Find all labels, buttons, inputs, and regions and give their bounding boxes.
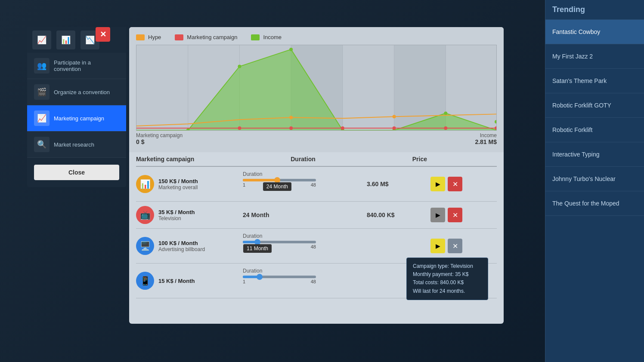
chart-area: Hype Marketing campaign Income (129, 27, 504, 152)
legend-row: Hype Marketing campaign Income (136, 34, 497, 40)
sidebar-item-participate[interactable]: 👥 Participate in a convention (27, 53, 126, 79)
close-x-button[interactable]: ✕ (96, 27, 110, 42)
slider-max-0: 48 (311, 182, 316, 187)
tooltip-box: Campaign type: Television Monthly paymen… (406, 258, 488, 300)
campaign-icon-2: 🖥️ (136, 237, 154, 255)
trending-item-4[interactable]: Robotic Forklift (545, 118, 644, 142)
trending-item-1[interactable]: My First Jazz 2 (545, 44, 644, 69)
slider-min-3: 1 (243, 279, 245, 284)
cancel-btn-0[interactable]: ✕ (448, 177, 462, 191)
action-btns-1: ▶ ✕ (430, 208, 474, 222)
campaign-row-1: 📺 35 K$ / Month Television 24 Month 840.… (136, 202, 497, 229)
table-area[interactable]: Marketing campaign Duration Price 📊 150 … (129, 152, 504, 324)
chart-right-label: Income (475, 132, 497, 138)
trending-item-5[interactable]: Interactive Typing (545, 142, 644, 167)
close-sidebar-button[interactable]: Close (34, 165, 119, 180)
sidebar-icon-btn-2[interactable]: 📊 (56, 31, 75, 49)
trending-title: Trending (545, 0, 644, 20)
action-btns-2: ▶ ✕ (430, 239, 474, 253)
campaign-row-0: 📊 150 K$ / Month Marketing overall Durat… (136, 167, 497, 202)
play-btn-0[interactable]: ▶ (430, 177, 445, 191)
slider-thumb-3[interactable] (257, 274, 263, 280)
fixed-duration-1: 24 Month (243, 212, 363, 218)
svg-point-21 (393, 126, 396, 130)
tooltip-monthly: Monthly payment: 35 K$ (413, 270, 482, 279)
play-btn-2[interactable]: ▶ (430, 239, 445, 253)
campaign-name-1: 35 K$ / Month (158, 209, 195, 215)
duration-cell-1: 24 Month (243, 212, 363, 218)
slider-track-2: 11 Month (243, 241, 316, 243)
price-cell-1: 840.00 K$ (367, 212, 427, 218)
col-header-duration: Duration (243, 156, 363, 163)
svg-point-10 (238, 65, 241, 68)
col-header-campaign: Marketing campaign (136, 156, 239, 163)
table-header: Marketing campaign Duration Price (136, 152, 497, 167)
chart-right-value: 2.81 M$ (475, 138, 497, 145)
slider-3[interactable]: 1 48 (243, 276, 316, 284)
svg-point-18 (238, 126, 241, 130)
sidebar-item-research[interactable]: 🔍 Market research (27, 132, 126, 158)
play-btn-1[interactable]: ▶ (430, 208, 445, 222)
chart-labels: Marketing campaign 0 $ Income 2.81 M$ (136, 132, 497, 145)
trending-item-3[interactable]: Robotic Forklift GOTY (545, 93, 644, 118)
duration-label-2: Duration (243, 233, 363, 239)
tooltip-total-value: 840.00 K$ (440, 279, 464, 285)
campaign-text-1: 35 K$ / Month Television (158, 209, 195, 221)
tooltip-total: Total costs: 840.00 K$ (413, 279, 482, 287)
marketing-campaign-label: Marketing campaign (187, 34, 237, 40)
campaign-info-3: 📱 15 K$ / Month (136, 272, 239, 290)
slider-max-2: 48 (311, 244, 316, 249)
slider-0[interactable]: 24 Month 1 48 (243, 179, 316, 187)
campaign-text-3: 15 K$ / Month (158, 278, 195, 284)
cancel-btn-1[interactable]: ✕ (448, 208, 462, 222)
trending-panel: Trending Fantastic Cowboy My First Jazz … (545, 0, 644, 362)
price-cell-0: 3.60 M$ (367, 181, 427, 187)
sidebar-item-marketing[interactable]: 📈 Marketing campaign (27, 105, 126, 132)
research-label: Market research (54, 141, 94, 148)
legend-income: Income (251, 34, 282, 40)
duration-cell-3: Duration 1 48 (243, 268, 363, 294)
trending-item-7[interactable]: The Quest for the Moped (545, 191, 644, 216)
slider-max-3: 48 (311, 279, 316, 284)
slider-fill-0 (243, 179, 277, 181)
campaign-text-2: 100 K$ / Month Advertising billboard (158, 240, 205, 252)
trending-item-6[interactable]: Johnny Turbo's Nuclear (545, 167, 644, 191)
slider-2[interactable]: 11 Month 1 48 (243, 241, 316, 249)
duration-cell-2: Duration 11 Month 1 48 (243, 233, 363, 259)
campaign-text-0: 150 K$ / Month Marketing overall (158, 178, 198, 190)
svg-point-11 (289, 48, 293, 51)
main-modal: Hype Marketing campaign Income (129, 27, 504, 324)
income-color (251, 34, 260, 40)
col-header-price: Price (367, 156, 427, 163)
sidebar-icons-row: 📈 📊 📉 (27, 27, 126, 53)
action-btns-0: ▶ ✕ (430, 177, 474, 191)
chart-left-value: 0 $ (136, 138, 183, 145)
income-label: Income (263, 34, 282, 40)
campaign-type-2: Advertising billboard (158, 246, 205, 252)
duration-label-0: Duration (243, 171, 363, 177)
tooltip-type: Campaign type: Television (413, 262, 482, 270)
svg-point-16 (289, 116, 293, 119)
chart-container (136, 45, 497, 131)
svg-point-19 (289, 126, 293, 130)
tooltip-duration-text: Will last for 24 months. (413, 287, 482, 295)
col-header-actions (430, 156, 474, 163)
campaign-info-1: 📺 35 K$ / Month Television (136, 206, 239, 224)
cancel-btn-2[interactable]: ✕ (448, 239, 462, 253)
campaign-info-2: 🖥️ 100 K$ / Month Advertising billboard (136, 237, 239, 255)
tooltip-type-label: Campaign type: (413, 263, 449, 269)
month-badge-2: 11 Month (243, 244, 272, 253)
svg-point-17 (393, 115, 396, 118)
svg-point-14 (444, 111, 447, 115)
sidebar-icon-btn-1[interactable]: 📈 (32, 31, 51, 49)
organize-label: Organize a convention (54, 89, 110, 95)
organize-icon: 🎬 (34, 84, 50, 100)
campaign-type-0: Marketing overall (158, 184, 198, 190)
duration-cell-0: Duration 24 Month 1 48 (243, 171, 363, 197)
slider-track-0: 24 Month (243, 179, 316, 181)
trending-item-2[interactable]: Satan's Theme Park (545, 69, 644, 93)
trending-item-0[interactable]: Fantastic Cowboy (545, 20, 644, 44)
chart-svg (136, 45, 496, 130)
sidebar-item-organize[interactable]: 🎬 Organize a convention (27, 79, 126, 105)
marketing-icon: 📈 (34, 110, 50, 126)
